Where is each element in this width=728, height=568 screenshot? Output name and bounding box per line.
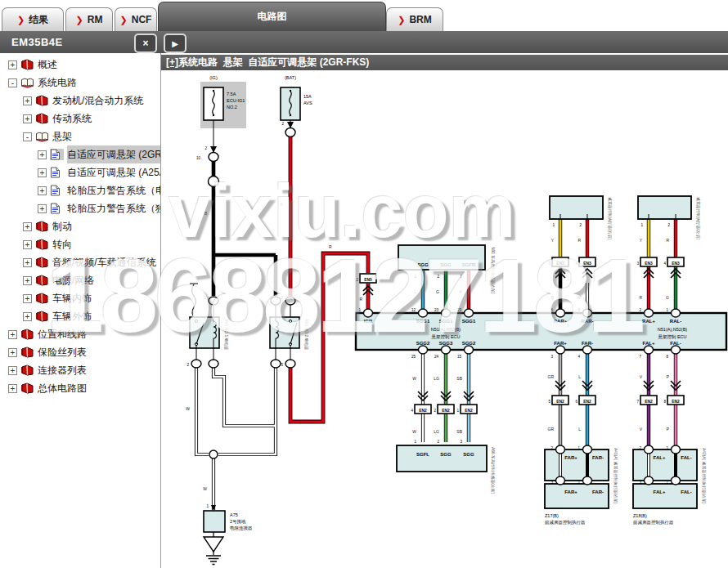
svg-text:B: B	[204, 211, 208, 216]
expand-toggle[interactable]: +	[23, 294, 32, 303]
wiring-diagram: (IG) 7.5A ECU-IG1 NO.2 2 10 (BAT) 15A AV…	[161, 70, 728, 568]
svg-text:SGG1: SGG1	[439, 319, 453, 324]
sidebar-item-label: 位置和线路	[38, 325, 87, 343]
expand-toggle[interactable]: +	[23, 258, 32, 267]
document-icon	[50, 185, 64, 196]
svg-text:R: R	[329, 244, 332, 249]
expand-toggle[interactable]: +	[38, 168, 47, 177]
sidebar-item-label: 轮胎压力警告系统（电子	[67, 181, 161, 199]
expand-toggle[interactable]: +	[23, 276, 32, 285]
navigation-tree: +概述-系统电路+发动机/混合动力系统+传动系统-悬架+自适应可调悬架 (2GR…	[0, 53, 161, 568]
sidebar-item[interactable]: +发动机/混合动力系统	[0, 92, 160, 110]
svg-text:AVS: AVS	[303, 101, 312, 105]
sidebar-item[interactable]: +车辆内饰	[0, 289, 160, 307]
expand-toggle[interactable]: +	[8, 60, 17, 69]
sidebar-item[interactable]: +车辆外饰	[0, 307, 160, 325]
expand-toggle[interactable]: +	[23, 240, 32, 249]
tab-BRM[interactable]: ❯BRM	[386, 7, 443, 31]
forward-button[interactable]: ▶	[164, 34, 186, 53]
sidebar-item[interactable]: +轮胎压力警告系统（电子	[0, 181, 160, 199]
sidebar-item[interactable]: -系统电路	[0, 74, 160, 92]
svg-text:5: 5	[577, 308, 580, 312]
book-icon	[35, 221, 49, 232]
sidebar-item[interactable]: +概述	[0, 56, 160, 74]
svg-text:3: 3	[639, 481, 641, 485]
sidebar-item-label: 总体电路图	[38, 379, 87, 397]
expand-toggle[interactable]: +	[8, 366, 17, 375]
sidebar-item[interactable]: +转向	[0, 235, 160, 253]
sidebar-item[interactable]: +总体电路图	[0, 379, 160, 397]
expand-toggle[interactable]: -	[23, 132, 32, 141]
book-icon	[20, 347, 34, 358]
svg-text:电阻连接器: 电阻连接器	[230, 526, 253, 531]
expand-toggle[interactable]: +	[38, 186, 47, 195]
expand-toggle[interactable]: -	[8, 78, 17, 87]
sidebar-item[interactable]: +传动系统	[0, 110, 160, 127]
sidebar-item-label: 悬架	[52, 127, 72, 145]
expand-toggle[interactable]: +	[38, 204, 47, 213]
svg-text:10: 10	[196, 156, 201, 160]
tab-NCF[interactable]: ❯NCF	[115, 7, 157, 31]
svg-text:P: P	[667, 374, 670, 379]
sidebar-item[interactable]: +保险丝列表	[0, 343, 160, 361]
expand-toggle[interactable]: +	[23, 312, 32, 321]
sidebar-item[interactable]: +轮胎压力警告系统（独立	[0, 199, 160, 217]
book-icon	[20, 59, 34, 70]
svg-text:FAR+: FAR+	[554, 341, 567, 346]
expand-toggle[interactable]: +	[8, 348, 17, 357]
book-icon	[20, 365, 34, 376]
document-icon	[50, 203, 64, 214]
expand-toggle[interactable]: +	[23, 222, 32, 231]
height-sensor-front-left: SGFL SGG SGG A66 车高控制传感器(左前) 1 2 3	[397, 440, 496, 494]
sidebar-item-label: 自适应可调悬架 (2GR-	[67, 145, 161, 163]
expand-toggle[interactable]: +	[23, 96, 32, 105]
expand-toggle[interactable]: +	[23, 114, 32, 123]
sidebar-item[interactable]: +音频/视频/车载通信系统	[0, 253, 160, 271]
book-icon	[35, 257, 49, 268]
open-book-icon	[20, 77, 34, 88]
relay-avs-no1: AVS NO.1 继电器	[190, 284, 229, 360]
tab-电路图[interactable]: 电路图	[158, 2, 386, 31]
svg-text:EN2: EN2	[556, 400, 564, 404]
svg-text:GR: GR	[548, 374, 555, 379]
svg-text:SGFL: SGFL	[416, 452, 429, 457]
svg-text:LG: LG	[434, 429, 439, 434]
svg-text:2: 2	[579, 223, 582, 227]
svg-text:7: 7	[639, 355, 641, 359]
svg-text:6: 6	[550, 308, 553, 312]
svg-text:1: 1	[666, 481, 668, 485]
svg-text:EN3: EN3	[672, 262, 680, 266]
sidebar-item[interactable]: +电源/网络	[0, 271, 160, 289]
breadcrumb-expand[interactable]: [+]	[166, 56, 178, 68]
tab-arrow-icon: ❯	[17, 15, 25, 25]
sidebar-item[interactable]: -悬架	[0, 127, 160, 145]
sidebar-item[interactable]: +连接器列表	[0, 361, 160, 379]
sidebar-item-label: 制动	[52, 217, 72, 235]
tab-label: BRM	[409, 14, 431, 25]
close-button[interactable]: ×	[134, 34, 157, 53]
expand-toggle[interactable]: +	[8, 384, 17, 393]
sidebar-item-label: 车辆内饰	[52, 289, 92, 307]
tab-结果[interactable]: ❯结果	[2, 7, 64, 31]
sidebar-item[interactable]: +自适应可调悬架 (A25A	[0, 163, 160, 181]
book-icon	[35, 293, 49, 304]
sidebar-item-label: 电源/网络	[52, 271, 94, 289]
sidebar-item[interactable]: +制动	[0, 217, 160, 235]
svg-text:(IG): (IG)	[209, 75, 218, 80]
svg-text:A66 车高控制传感器(左前): A66 车高控制传感器(左前)	[490, 447, 496, 494]
svg-text:2: 2	[204, 146, 207, 150]
sidebar-item[interactable]: +自适应可调悬架 (2GR-	[0, 145, 160, 163]
tab-strip: ❯结果❯RM❯NCF电路图❯BRM	[0, 0, 728, 31]
expand-toggle[interactable]: +	[38, 150, 47, 159]
svg-text:A75: A75	[230, 512, 238, 517]
svg-text:AVS NO.1 继电器: AVS NO.1 继电器	[223, 319, 229, 350]
sidebar-item-label: 转向	[52, 235, 72, 253]
svg-text:EN2: EN2	[645, 400, 653, 404]
svg-text:1: 1	[640, 223, 643, 227]
tab-RM[interactable]: ❯RM	[65, 7, 113, 31]
svg-text:15A: 15A	[303, 94, 312, 99]
book-icon	[35, 239, 49, 250]
expand-toggle[interactable]: +	[8, 330, 17, 339]
sidebar-item[interactable]: +位置和线路	[0, 325, 160, 343]
svg-text:2号接地: 2号接地	[230, 519, 246, 524]
